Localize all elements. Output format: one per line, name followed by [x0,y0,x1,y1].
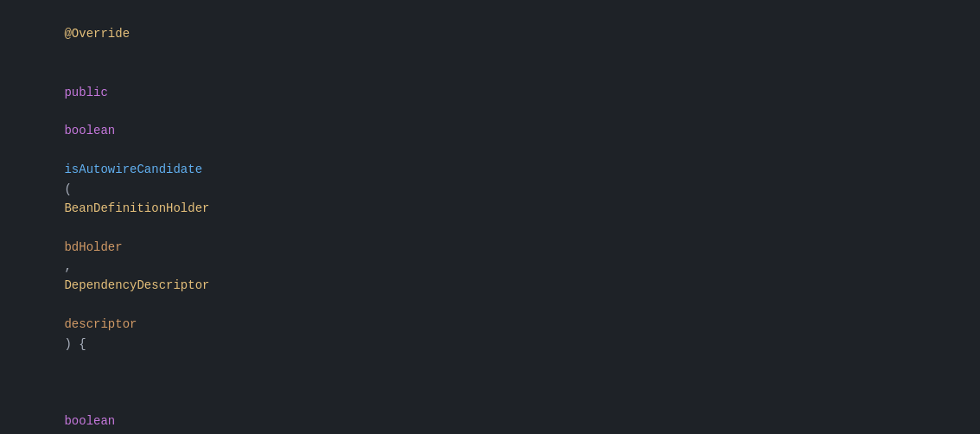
token-method-name: isAutowireCandidate [64,163,202,176]
token-param2: descriptor [64,317,137,331]
token-bool-type: boolean [64,414,115,428]
code-line-3: boolean match = super . isAutowireCandid… [0,373,980,434]
token-type2: DependencyDescriptor [64,278,209,292]
token-public: public [64,86,107,99]
token-boolean: boolean [64,124,115,137]
token-type1: BeanDefinitionHolder [64,201,209,215]
token-param1: bdHolder [64,240,122,254]
code-line-2: public boolean isAutowireCandidate ( Bea… [0,63,980,373]
code-line-1: @Override [0,5,980,63]
code-editor: @Override public boolean isAutowireCandi… [0,0,980,434]
token-override: @Override [64,27,130,41]
